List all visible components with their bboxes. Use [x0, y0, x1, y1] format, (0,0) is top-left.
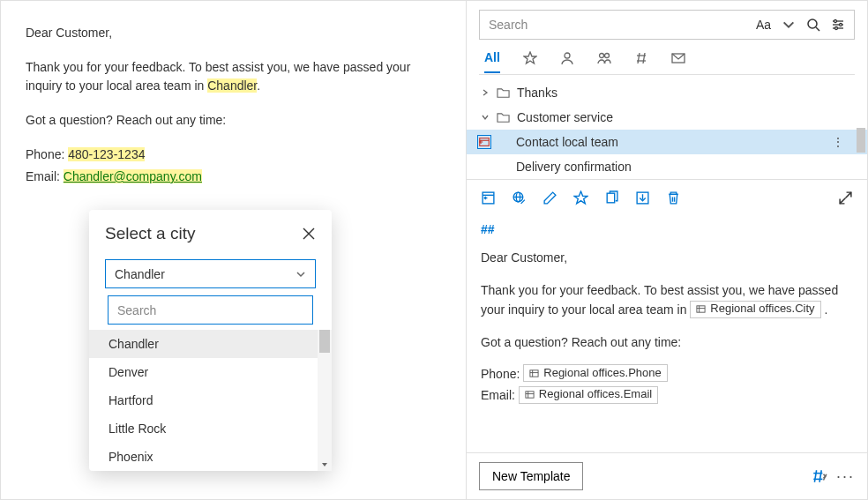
svg-line-48	[819, 470, 821, 482]
svg-point-8	[834, 20, 837, 23]
pin-icon	[477, 135, 491, 149]
city-search-input[interactable]	[108, 295, 313, 325]
settings-sliders-icon[interactable]	[831, 18, 845, 32]
city-option[interactable]: Phoenix	[89, 443, 318, 471]
template-search[interactable]: Aa	[479, 10, 855, 40]
svg-point-10	[835, 27, 838, 30]
tab-person[interactable]	[560, 51, 574, 72]
tree-scrollbar[interactable]	[855, 78, 867, 175]
chevron-down-icon[interactable]	[782, 18, 796, 32]
highlight-phone: 480-123-1234	[68, 147, 145, 161]
font-size-label[interactable]: Aa	[756, 18, 771, 32]
highlight-email-link[interactable]: Chandler@company.com	[64, 169, 202, 183]
folder-customer-service[interactable]: Customer service	[467, 105, 867, 130]
edit-icon[interactable]	[542, 190, 557, 205]
preview-phone: Phone: Regional offices.Phone	[481, 364, 853, 384]
delete-icon[interactable]	[666, 190, 681, 205]
template-contact-local-team[interactable]: Contact local team ⋮	[467, 130, 867, 154]
tab-hash[interactable]	[634, 51, 648, 72]
globe-edit-icon[interactable]	[512, 190, 527, 205]
city-option[interactable]: Chandler	[89, 330, 318, 358]
folder-icon	[497, 111, 510, 124]
svg-point-13	[599, 53, 603, 57]
svg-point-12	[565, 53, 570, 58]
dataset-icon	[696, 304, 706, 314]
favorite-icon[interactable]	[573, 190, 588, 205]
more-options-icon[interactable]: ⋮	[832, 135, 844, 149]
template-preview: ## Dear Customer, Thank you for your fee…	[467, 216, 867, 452]
hash-action-icon[interactable]	[812, 468, 827, 484]
token-city[interactable]: Regional offices.City	[690, 301, 820, 318]
city-select[interactable]: Chandler	[105, 259, 316, 288]
preview-body-1: Thank you for your feedback. To best ass…	[481, 280, 853, 320]
svg-rect-39	[530, 370, 538, 377]
svg-point-14	[604, 53, 609, 57]
people-icon	[597, 51, 611, 65]
preview-body-2: Got a question? Reach out any time:	[481, 332, 853, 352]
svg-rect-29	[607, 193, 615, 203]
token-email[interactable]: Regional offices.Email	[519, 386, 658, 404]
close-icon[interactable]	[302, 227, 316, 241]
svg-point-3	[808, 19, 817, 28]
preview-email: Email: Regional offices.Email	[481, 385, 853, 405]
svg-line-35	[840, 198, 845, 204]
chevron-right-icon	[481, 88, 490, 97]
tab-favorites[interactable]	[523, 51, 537, 72]
new-template-button[interactable]: New Template	[479, 462, 583, 490]
hash-icon	[634, 51, 648, 65]
dataset-icon	[525, 390, 535, 399]
template-delivery-confirmation[interactable]: Delivery confirmation	[467, 154, 867, 179]
insert-icon[interactable]	[481, 190, 496, 205]
tab-all[interactable]: All	[484, 50, 500, 73]
template-panel: Aa All Thanks	[467, 1, 867, 499]
greeting: Dear Customer,	[26, 24, 441, 42]
svg-line-47	[814, 470, 816, 482]
scroll-down-arrow[interactable]	[318, 459, 332, 471]
chevron-down-icon	[296, 269, 306, 280]
download-icon[interactable]	[635, 190, 650, 205]
email-line: Email: Chandler@company.com	[26, 168, 441, 186]
svg-marker-11	[524, 52, 536, 63]
svg-line-34	[846, 192, 851, 198]
more-menu-icon[interactable]: ···	[836, 468, 855, 484]
chevron-down-icon	[481, 113, 490, 122]
tab-mail[interactable]	[671, 51, 685, 72]
folder-icon	[497, 86, 510, 100]
hash-marker[interactable]: ##	[481, 220, 495, 239]
city-option[interactable]: Denver	[89, 358, 318, 386]
tab-people[interactable]	[597, 51, 611, 72]
svg-marker-28	[574, 191, 587, 204]
svg-rect-42	[526, 392, 534, 398]
city-option[interactable]: Little Rock	[89, 414, 318, 443]
filter-tabs: All	[479, 40, 855, 75]
expand-icon[interactable]	[838, 190, 853, 205]
svg-point-9	[840, 24, 842, 26]
svg-rect-36	[697, 306, 705, 312]
options-scrollbar[interactable]	[318, 330, 332, 358]
svg-marker-2	[322, 463, 327, 466]
template-tree: Thanks Customer service Contact local te…	[467, 75, 867, 179]
email-preview-pane: Dear Customer, Thank you for your feedba…	[1, 1, 467, 499]
template-toolbar	[467, 179, 867, 216]
person-icon	[560, 51, 574, 65]
svg-line-4	[816, 27, 819, 31]
copy-icon[interactable]	[604, 190, 619, 205]
preview-greeting: Dear Customer,	[481, 248, 853, 267]
star-icon	[523, 51, 537, 65]
search-icon[interactable]	[806, 18, 820, 32]
panel-footer: New Template ···	[467, 452, 867, 499]
svg-line-17	[638, 53, 640, 63]
selected-value: Chandler	[115, 267, 165, 281]
folder-thanks[interactable]: Thanks	[467, 80, 867, 105]
body-paragraph-2: Got a question? Reach out any time:	[26, 111, 441, 130]
body-paragraph-1: Thank you for your feedback. To best ass…	[26, 58, 441, 95]
phone-line: Phone: 480-123-1234	[26, 146, 441, 164]
dataset-icon	[529, 369, 539, 378]
city-option[interactable]: Hartford	[89, 386, 318, 414]
svg-line-18	[643, 53, 645, 63]
popup-title: Select a city	[105, 224, 195, 243]
token-phone[interactable]: Regional offices.Phone	[523, 364, 667, 382]
city-options-list: Chandler Denver Hartford Little Rock Pho…	[89, 330, 332, 471]
highlight-city: Chandler	[207, 78, 257, 93]
select-city-popup: Select a city Chandler Chandler Denver H…	[89, 210, 332, 471]
